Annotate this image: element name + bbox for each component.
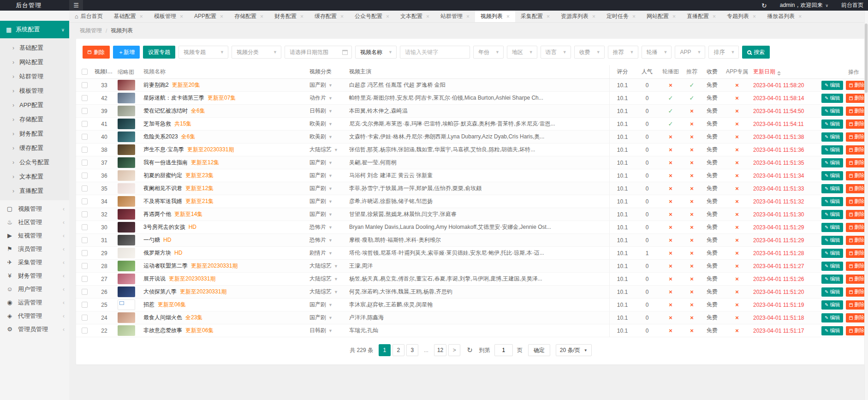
row-checkbox[interactable]	[82, 315, 88, 321]
recommend-toggle[interactable]: ×	[690, 263, 694, 269]
app-exclusive-toggle[interactable]: ×	[735, 288, 739, 295]
sidebar-group[interactable]: ♨ 社区管理 ‹	[0, 215, 69, 229]
category-select[interactable]: 日韩剧▼	[308, 327, 347, 334]
recommend-toggle[interactable]: ×	[690, 301, 694, 308]
carousel-toggle[interactable]: ×	[669, 185, 672, 192]
edit-button[interactable]: ✎编辑	[821, 145, 843, 155]
refresh-list-icon[interactable]: ↻	[467, 346, 473, 354]
app-exclusive-toggle[interactable]: ×	[735, 185, 739, 192]
close-icon[interactable]: ×	[547, 13, 550, 20]
close-icon[interactable]: ×	[798, 13, 802, 20]
filter-select[interactable]: 收费 ▼	[574, 46, 605, 59]
select-all-checkbox[interactable]	[82, 69, 88, 75]
row-checkbox[interactable]	[82, 147, 88, 153]
delete-button[interactable]: 删除	[846, 94, 865, 103]
page-button[interactable]: >	[448, 344, 460, 356]
search-field-select[interactable]: 视频名称▼	[355, 46, 397, 59]
row-checkbox[interactable]	[82, 302, 88, 308]
category-select[interactable]: 日韩剧▼	[308, 107, 347, 115]
sidebar-group[interactable]: ⚙ 管理员管理 ‹	[0, 322, 69, 336]
sidebar-subitem[interactable]: › 模板管理	[0, 84, 69, 98]
header-update-date[interactable]: 更新日期	[751, 68, 820, 76]
edit-button[interactable]: ✎编辑	[821, 119, 843, 129]
recommend-toggle[interactable]: ×	[690, 146, 694, 153]
carousel-toggle[interactable]: ×	[669, 211, 672, 218]
delete-button[interactable]: 删除	[846, 158, 865, 167]
goto-page-input[interactable]	[494, 344, 513, 356]
category-select[interactable]: 大陆综艺▼	[308, 288, 347, 296]
edit-button[interactable]: ✎编辑	[821, 171, 843, 180]
tab[interactable]: ⌂ 模板管理 ×	[149, 11, 189, 22]
carousel-toggle[interactable]: ×	[669, 263, 672, 269]
filter-select[interactable]: 排序 ▼	[708, 46, 739, 59]
frontend-home-link[interactable]: 前台首页	[841, 1, 863, 9]
app-exclusive-toggle[interactable]: ×	[735, 82, 739, 89]
carousel-toggle[interactable]: ×	[669, 224, 672, 231]
edit-button[interactable]: ✎编辑	[821, 107, 843, 116]
tab[interactable]: ⌂ 采集配置 ×	[515, 11, 555, 22]
sidebar-group[interactable]: ▢ 视频管理 ‹	[0, 202, 69, 215]
category-select[interactable]: 国产剧▼	[308, 314, 347, 322]
recommend-toggle[interactable]: ×	[690, 133, 694, 140]
delete-button[interactable]: 删除	[846, 132, 865, 142]
app-exclusive-toggle[interactable]: ×	[735, 211, 739, 218]
delete-button[interactable]: 删除	[846, 236, 865, 245]
app-exclusive-toggle[interactable]: ×	[735, 263, 739, 269]
edit-button[interactable]: ✎编辑	[821, 210, 843, 219]
vertical-scrollbar[interactable]	[864, 11, 868, 400]
app-exclusive-toggle[interactable]: ×	[735, 95, 739, 101]
category-select[interactable]: 动作片▼	[308, 94, 347, 102]
delete-button[interactable]: 删除	[846, 81, 865, 90]
carousel-toggle[interactable]: ×	[669, 172, 672, 179]
row-checkbox[interactable]	[82, 198, 88, 204]
category-select[interactable]: 国产剧▼	[308, 210, 347, 218]
edit-button[interactable]: ✎编辑	[821, 249, 843, 258]
close-icon[interactable]: ×	[340, 13, 344, 20]
row-checkbox[interactable]	[82, 185, 88, 191]
page-button[interactable]: ...	[420, 344, 432, 356]
row-checkbox[interactable]	[82, 263, 88, 269]
tab[interactable]: ⌂ 文本配置 ×	[395, 11, 435, 22]
page-button[interactable]: 2	[392, 344, 404, 356]
delete-button[interactable]: 删除	[846, 275, 865, 284]
row-checkbox[interactable]	[82, 250, 88, 256]
keyword-input[interactable]	[400, 46, 470, 59]
edit-button[interactable]: ✎编辑	[821, 158, 843, 167]
recommend-toggle[interactable]: ×	[690, 288, 694, 295]
filter-select[interactable]: APP ▼	[675, 46, 705, 59]
tab[interactable]: ⌂ 基础配置 ×	[108, 11, 149, 22]
recommend-toggle[interactable]: ×	[690, 314, 694, 321]
close-icon[interactable]: ×	[386, 13, 389, 20]
carousel-toggle[interactable]: ×	[669, 250, 672, 257]
category-select[interactable]: 欧美剧▼	[308, 133, 347, 141]
breadcrumb-parent[interactable]: 视频管理	[80, 27, 102, 35]
search-button[interactable]: 搜索	[742, 46, 770, 59]
recommend-toggle[interactable]: ✓	[690, 82, 695, 89]
delete-button[interactable]: 删除	[846, 145, 865, 155]
video-category-select[interactable]: 视频分类▼	[232, 46, 281, 59]
app-exclusive-toggle[interactable]: ×	[735, 237, 739, 244]
row-checkbox[interactable]	[82, 173, 88, 179]
edit-button[interactable]: ✎编辑	[821, 236, 843, 245]
sort-icon[interactable]	[777, 71, 781, 76]
app-exclusive-toggle[interactable]: ×	[735, 314, 739, 321]
carousel-toggle[interactable]: ×	[669, 275, 672, 282]
close-icon[interactable]: ×	[220, 13, 223, 20]
recommend-toggle[interactable]: ×	[690, 107, 694, 114]
refresh-icon[interactable]: ↻	[761, 2, 767, 9]
carousel-toggle[interactable]: ✓	[668, 120, 673, 127]
carousel-toggle[interactable]: ×	[669, 146, 672, 153]
page-button[interactable]: 1	[379, 344, 391, 356]
delete-button[interactable]: 删除	[846, 313, 865, 322]
filter-select[interactable]: 地区 ▼	[507, 46, 537, 59]
row-checkbox[interactable]	[82, 328, 88, 334]
edit-button[interactable]: ✎编辑	[821, 197, 843, 206]
edit-button[interactable]: ✎编辑	[821, 326, 843, 335]
delete-button[interactable]: 删除	[846, 184, 865, 193]
close-icon[interactable]: ×	[592, 13, 595, 20]
category-select[interactable]: 剧情片▼	[308, 249, 347, 257]
delete-button[interactable]: 删除	[846, 262, 865, 271]
sidebar-subitem[interactable]: › 存储配置	[0, 112, 69, 126]
app-exclusive-toggle[interactable]: ×	[735, 250, 739, 257]
page-button[interactable]: 12	[434, 344, 446, 356]
